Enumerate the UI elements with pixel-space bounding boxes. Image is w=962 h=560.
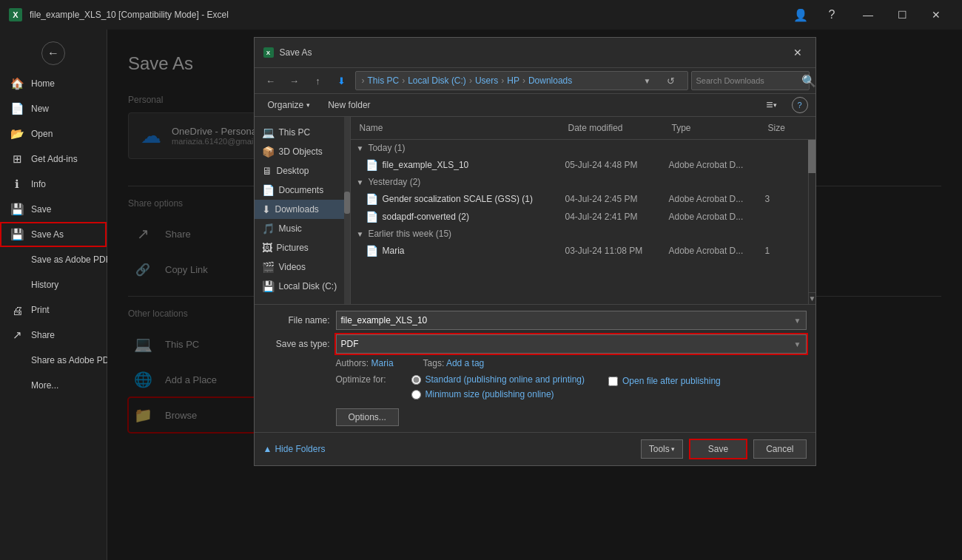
nav-up-button[interactable]: ↑ [308, 71, 329, 90]
nav-onedrive-button[interactable]: ⬇ [332, 71, 352, 90]
bc-dropdown-button[interactable]: ▼ [637, 71, 658, 90]
sidebar-item-share-adobe[interactable]: Share as Adobe PDF link [0, 348, 107, 373]
sidebar-item-share-label: Share [31, 330, 55, 340]
tags-value[interactable]: Add a tag [446, 358, 484, 368]
file-size: 3 [765, 194, 810, 204]
bc-sep-3: › [501, 75, 504, 86]
open-after-label[interactable]: Open file after publishing [622, 376, 721, 386]
hide-folders-button[interactable]: ▲ Hide Folders [263, 444, 326, 454]
dialog-help-button[interactable]: ? [792, 97, 808, 113]
group-earlier[interactable]: ▼ Earlier this week (15) [351, 226, 815, 242]
header-name[interactable]: Name [357, 120, 565, 136]
nav-this-pc-label: This PC [279, 127, 311, 138]
organize-label: Organize [268, 100, 304, 110]
bc-sep-4: › [522, 75, 525, 86]
sidebar-item-get-add-ins[interactable]: ⊞ Get Add-ins [0, 146, 107, 172]
group-yesterday[interactable]: ▼ Yesterday (2) [351, 174, 815, 190]
new-folder-button[interactable]: New folder [322, 97, 376, 113]
sidebar-item-save-as[interactable]: 💾 Save As [0, 222, 107, 247]
help-icon[interactable]: ? [820, 3, 844, 27]
minimize-button[interactable]: — [851, 3, 885, 27]
profile-icon[interactable]: 👤 [789, 3, 813, 27]
bc-local-disk[interactable]: Local Disk (C:) [408, 75, 466, 86]
header-modified[interactable]: Date modified [565, 120, 669, 136]
view-button[interactable]: ≡ ▾ [766, 98, 776, 112]
save-type-dropdown[interactable]: PDF ▼ [336, 334, 807, 354]
scroll-down-button[interactable]: ▼ [809, 292, 815, 304]
nav-documents[interactable]: 📄 Documents [255, 181, 350, 200]
dialog-form: File name: file_example_XLS_10 ▼ Save as… [255, 304, 815, 432]
print-icon: 🖨 [10, 303, 24, 317]
bc-users[interactable]: Users [475, 75, 498, 86]
bc-hp[interactable]: HP [507, 75, 519, 86]
file-row[interactable]: 📄 sodapdf-converted (2) 04-Jul-24 2:41 P… [351, 208, 815, 226]
sidebar-item-new[interactable]: 📄 New [0, 96, 107, 121]
group-today[interactable]: ▼ Today (1) [351, 140, 815, 156]
close-button[interactable]: ✕ [919, 3, 953, 27]
documents-icon: 📄 [262, 184, 275, 196]
bc-refresh-button[interactable]: ↺ [661, 71, 682, 90]
bc-downloads[interactable]: Downloads [528, 75, 572, 86]
open-after-checkbox[interactable] [608, 377, 618, 386]
filename-input[interactable]: file_example_XLS_10 ▼ [336, 311, 807, 330]
nav-back-button[interactable]: ← [260, 71, 281, 90]
sidebar-item-history-label: History [31, 280, 58, 290]
file-row[interactable]: 📄 Maria 03-Jul-24 11:08 PM Adobe Acrobat… [351, 242, 815, 260]
sidebar-item-more[interactable]: More... [0, 373, 107, 398]
authors-value[interactable]: Maria [371, 358, 394, 368]
nav-pictures[interactable]: 🖼 Pictures [255, 238, 350, 257]
sidebar-item-save-adobe[interactable]: Save as Adobe PDF [0, 247, 107, 272]
optimize-radios: Standard (publishing online and printing… [411, 374, 585, 399]
nav-videos-label: Videos [279, 262, 306, 272]
nav-forward-button[interactable]: → [284, 71, 305, 90]
sidebar-item-print[interactable]: 🖨 Print [0, 297, 107, 323]
nav-downloads[interactable]: ⬇ Downloads [255, 200, 350, 219]
sidebar-item-open[interactable]: 📂 Open [0, 121, 107, 146]
filename-value: file_example_XLS_10 [341, 315, 428, 325]
options-button[interactable]: Options... [336, 408, 399, 426]
minimum-radio[interactable] [411, 390, 421, 399]
sidebar-item-history[interactable]: History [0, 272, 107, 297]
sidebar-item-new-label: New [31, 104, 49, 114]
view-icon: ≡ [766, 98, 773, 112]
videos-icon: 🎬 [262, 261, 275, 273]
nav-downloads-label: Downloads [275, 204, 319, 215]
tags-label: Tags: [423, 358, 445, 368]
standard-label[interactable]: Standard (publishing online and printing… [426, 374, 585, 385]
tools-button[interactable]: Tools ▾ [641, 439, 683, 459]
organize-button[interactable]: Organize ▾ [262, 97, 317, 113]
optimize-label: Optimize for: [336, 374, 403, 385]
file-row[interactable]: 📄 file_example_XLS_10 05-Jul-24 4:48 PM … [351, 156, 815, 174]
minimum-label[interactable]: Minimum size (publishing online) [426, 389, 554, 399]
file-scrollbar[interactable]: ▲ ▼ [808, 117, 815, 304]
back-button[interactable]: ← [41, 41, 65, 65]
file-type: Adobe Acrobat D... [669, 160, 765, 170]
file-list-header: Name Date modified Type Size [351, 117, 815, 140]
cancel-button[interactable]: Cancel [753, 439, 806, 459]
dialog-close-button[interactable]: ✕ [789, 44, 807, 61]
sidebar-item-save[interactable]: 💾 Save [0, 197, 107, 222]
nav-pane: 💻 This PC 📦 3D Objects 🖥 Desktop 📄 [255, 117, 351, 304]
standard-radio[interactable] [411, 375, 421, 385]
maximize-button[interactable]: ☐ [885, 3, 919, 27]
nav-this-pc[interactable]: 💻 This PC [255, 123, 350, 142]
nav-local-disk[interactable]: 💾 Local Disk (C:) [255, 277, 350, 296]
save-type-caret: ▼ [794, 340, 801, 348]
nav-videos[interactable]: 🎬 Videos [255, 257, 350, 277]
filename-row: File name: file_example_XLS_10 ▼ [263, 311, 807, 330]
nav-desktop[interactable]: 🖥 Desktop [255, 161, 350, 181]
search-input[interactable] [696, 76, 798, 85]
file-type: Adobe Acrobat D... [669, 246, 765, 256]
nav-3d-objects[interactable]: 📦 3D Objects [255, 142, 350, 161]
sidebar-item-info[interactable]: ℹ Info [0, 172, 107, 197]
file-row[interactable]: 📄 Gender socalization SCALE (GSS) (1) 04… [351, 190, 815, 208]
save-button[interactable]: Save [689, 439, 747, 459]
sidebar-item-home[interactable]: 🏠 Home [0, 71, 107, 96]
bc-this-pc[interactable]: This PC [368, 75, 400, 86]
sidebar-item-share[interactable]: ↗ Share [0, 323, 107, 348]
group-yesterday-label: Yesterday (2) [368, 177, 420, 187]
group-today-caret: ▼ [357, 144, 364, 152]
nav-music[interactable]: 🎵 Music [255, 219, 350, 238]
music-icon: 🎵 [262, 223, 275, 235]
search-box-container: 🔍 [691, 71, 810, 90]
